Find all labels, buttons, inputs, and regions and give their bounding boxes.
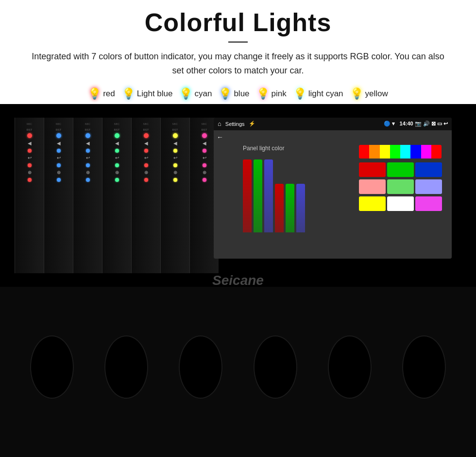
rst-label-3: RST — [114, 128, 120, 131]
window-icon[interactable]: ▭ — [437, 121, 442, 126]
back-nav-icon[interactable]: ↩ — [443, 121, 448, 126]
home-btn-4[interactable] — [144, 149, 148, 153]
fn-btn-6[interactable] — [203, 163, 206, 167]
fn-btn-3[interactable] — [115, 163, 119, 167]
page-container: Colorful Lights Integrated with 7 colors… — [0, 0, 476, 457]
mic-label-2: MIC — [85, 123, 90, 125]
home-btn-5[interactable] — [173, 149, 177, 153]
rainbow-segment[interactable] — [369, 145, 379, 158]
power-btn-4[interactable] — [144, 133, 149, 138]
color-swatch-3[interactable] — [359, 179, 386, 194]
rgb-bar-5[interactable] — [296, 184, 305, 232]
nav-icon-0[interactable]: ↩ — [28, 155, 32, 161]
nav-icon-3[interactable]: ↩ — [115, 155, 119, 161]
rainbow-segment[interactable] — [359, 145, 369, 158]
fn-btn-0[interactable] — [28, 163, 32, 167]
home-btn-2[interactable] — [86, 149, 90, 153]
vol-icon-4[interactable]: ⊕ — [144, 169, 148, 176]
color-swatch-6[interactable] — [359, 196, 386, 211]
fn2-btn-6[interactable] — [203, 178, 206, 182]
fn2-btn-4[interactable] — [144, 178, 148, 182]
rgb-bar-1[interactable] — [254, 159, 262, 232]
rgb-bar-2[interactable] — [264, 159, 273, 232]
left-panel-unit-5: MIC RST ◀ ↩ ⊕ — [160, 118, 189, 273]
color-swatch-5[interactable] — [415, 179, 442, 194]
nav-icon-2[interactable]: ↩ — [86, 155, 90, 161]
fn2-btn-0[interactable] — [28, 178, 32, 182]
volume-icon: 🔊 — [423, 121, 430, 126]
fn-btn-1[interactable] — [57, 163, 61, 167]
arrow-icon-0[interactable]: ◀ — [28, 140, 32, 147]
vol-icon-2[interactable]: ⊕ — [86, 169, 90, 176]
fn-btn-5[interactable] — [173, 163, 177, 167]
arrow-icon-1[interactable]: ◀ — [57, 140, 61, 147]
wifi-icon: ▾ — [392, 121, 395, 126]
rainbow-segment[interactable] — [400, 145, 410, 158]
color-swatch-0[interactable] — [359, 162, 386, 177]
vol-icon-1[interactable]: ⊕ — [57, 169, 61, 176]
color-swatch-2[interactable] — [415, 162, 442, 177]
color-swatch-7[interactable] — [387, 196, 414, 211]
rainbow-segment[interactable] — [380, 145, 390, 158]
vol-icon-3[interactable]: ⊕ — [115, 169, 119, 176]
left-panel-unit-4: MIC RST ◀ ↩ ⊕ — [131, 118, 160, 273]
rgb-bar-3[interactable] — [275, 184, 284, 232]
home-btn-1[interactable] — [57, 149, 61, 153]
vol-icon-0[interactable]: ⊕ — [28, 169, 32, 176]
rainbow-segment[interactable] — [390, 145, 400, 158]
fn2-btn-1[interactable] — [57, 178, 61, 182]
color-item-light-cyan: 💡 light cyan — [293, 88, 343, 99]
rst-label-6: RST — [202, 128, 207, 131]
left-panel-unit-2: MIC RST ◀ ↩ ⊕ — [73, 118, 102, 273]
power-btn-0[interactable] — [27, 133, 32, 138]
power-btn-1[interactable] — [56, 133, 61, 138]
fn2-btn-5[interactable] — [173, 178, 177, 182]
rainbow-segment[interactable] — [431, 145, 442, 158]
bulb-icon-light-blue: 💡 — [122, 88, 135, 99]
display-back-button[interactable]: ← — [217, 133, 223, 141]
color-label-pink: pink — [272, 89, 287, 99]
power-btn-5[interactable] — [173, 133, 178, 138]
left-panels-area: MIC RST ◀ ↩ ⊕ MIC RST ◀ ↩ ⊕ MIC RST ◀ ↩ — [15, 118, 219, 273]
arrow-icon-4[interactable]: ◀ — [144, 140, 148, 147]
close-icon[interactable]: ⊠ — [431, 121, 436, 126]
color-swatch-1[interactable] — [387, 162, 414, 177]
settings-label: Settings — [225, 121, 245, 127]
rainbow-segment[interactable] — [410, 145, 421, 158]
fn-btn-4[interactable] — [144, 163, 148, 167]
rgb-bar-4[interactable] — [286, 184, 294, 232]
home-icon[interactable]: ⌂ — [218, 120, 221, 127]
home-btn-0[interactable] — [28, 149, 32, 153]
color-swatch-8[interactable] — [415, 196, 442, 211]
color-swatch-4[interactable] — [387, 179, 414, 194]
color-swatches-grid[interactable] — [359, 162, 442, 212]
color-label-cyan: cyan — [194, 89, 212, 99]
vol-icon-5[interactable]: ⊕ — [173, 169, 177, 176]
usb-icon: ⚡ — [249, 121, 255, 127]
power-btn-3[interactable] — [115, 133, 119, 138]
rst-label-1: RST — [56, 128, 62, 131]
rainbow-segment[interactable] — [421, 145, 431, 158]
rgb-bar-0[interactable] — [243, 159, 252, 232]
color-grid — [359, 145, 442, 212]
fn2-btn-3[interactable] — [115, 178, 119, 182]
mic-label-0: MIC — [27, 123, 32, 125]
vol-icon-6[interactable]: ⊕ — [203, 169, 206, 176]
power-btn-2[interactable] — [85, 133, 90, 138]
arrow-icon-3[interactable]: ◀ — [115, 140, 119, 147]
nav-icon-5[interactable]: ↩ — [173, 155, 177, 161]
arrow-icon-2[interactable]: ◀ — [86, 140, 90, 147]
fn-btn-2[interactable] — [86, 163, 90, 167]
power-btn-6[interactable] — [202, 133, 207, 138]
nav-icon-6[interactable]: ↩ — [203, 155, 206, 161]
nav-icon-1[interactable]: ↩ — [57, 155, 61, 161]
rgb-bars-container — [243, 155, 305, 232]
home-btn-6[interactable] — [203, 149, 206, 153]
panel-light-label: Panel light color — [243, 145, 284, 152]
fn2-btn-2[interactable] — [86, 178, 90, 182]
arrow-icon-6[interactable]: ◀ — [203, 140, 206, 147]
arrow-icon-5[interactable]: ◀ — [173, 140, 177, 147]
nav-icon-4[interactable]: ↩ — [144, 155, 148, 161]
home-btn-3[interactable] — [115, 149, 119, 153]
left-panel-unit-0: MIC RST ◀ ↩ ⊕ — [15, 118, 44, 273]
